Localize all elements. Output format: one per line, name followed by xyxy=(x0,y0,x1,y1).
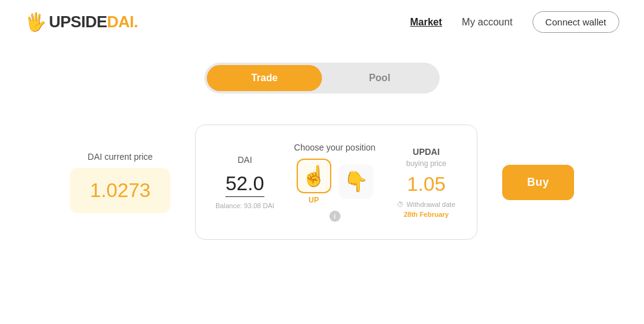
withdrawal-date: 28th February xyxy=(404,211,449,218)
dai-amount-input[interactable]: 52.0 xyxy=(225,172,264,197)
trade-card: DAI 52.0 Balance: 93.08 DAI Choose your … xyxy=(195,125,477,240)
card-row: DAI current price 1.0273 DAI 52.0 Balanc… xyxy=(43,125,601,240)
withdrawal-label: Withdrawal date xyxy=(406,201,455,208)
position-up-emoji: ☝️ xyxy=(302,164,326,188)
clock-icon: ⏱ xyxy=(397,201,404,208)
position-down-emoji: 👇 xyxy=(344,170,368,193)
nav-my-account-link[interactable]: My account xyxy=(462,17,513,28)
position-label: Choose your position xyxy=(294,142,376,152)
logo: 🖐️ UPSIDEDAI. xyxy=(25,12,138,32)
position-up-emoji-box[interactable]: ☝️ xyxy=(297,159,331,193)
updai-column: UPDAI buying price 1.05 ⏱ Withdrawal dat… xyxy=(395,147,457,218)
position-down-option[interactable]: 👇 xyxy=(339,164,373,199)
position-up-label: UP xyxy=(308,196,319,204)
logo-text: UPSIDEDAI. xyxy=(49,12,138,32)
updai-sub-label: buying price xyxy=(406,159,446,168)
trade-toggle-button[interactable]: Trade xyxy=(207,65,322,91)
dai-column-label: DAI xyxy=(238,155,252,165)
logo-yellow-part: DAI. xyxy=(107,12,138,31)
dai-balance-label: Balance: 93.08 DAI xyxy=(215,202,274,209)
position-down-emoji-box[interactable]: 👇 xyxy=(339,164,373,199)
position-options: ☝️ UP 👇 xyxy=(297,159,373,204)
main-content: Trade Pool DAI current price 1.0273 DAI … xyxy=(0,44,644,240)
nav-area: Market My account Connect wallet xyxy=(410,11,619,33)
dai-price-value-box: 1.0273 xyxy=(70,168,170,213)
updai-price-value: 1.05 xyxy=(407,173,445,196)
dai-price-value: 1.0273 xyxy=(90,179,150,201)
dai-price-section: DAI current price 1.0273 xyxy=(70,152,170,213)
dai-column: DAI 52.0 Balance: 93.08 DAI xyxy=(215,155,274,209)
pool-toggle-button[interactable]: Pool xyxy=(322,65,437,91)
logo-black-part: UPSIDE xyxy=(49,12,107,31)
logo-emoji: 🖐️ xyxy=(25,12,46,32)
position-column: Choose your position ☝️ UP 👇 i xyxy=(294,142,376,222)
buy-button[interactable]: Buy xyxy=(502,165,574,200)
nav-market-link[interactable]: Market xyxy=(410,17,442,28)
header: 🖐️ UPSIDEDAI. Market My account Connect … xyxy=(0,0,644,44)
updai-label: UPDAI xyxy=(413,147,440,157)
dai-price-label: DAI current price xyxy=(88,152,153,162)
withdrawal-row: ⏱ Withdrawal date xyxy=(397,201,455,208)
info-badge-button[interactable]: i xyxy=(329,211,341,222)
connect-wallet-button[interactable]: Connect wallet xyxy=(533,11,619,33)
position-up-option[interactable]: ☝️ UP xyxy=(297,159,331,204)
trade-pool-toggle: Trade Pool xyxy=(204,63,440,94)
